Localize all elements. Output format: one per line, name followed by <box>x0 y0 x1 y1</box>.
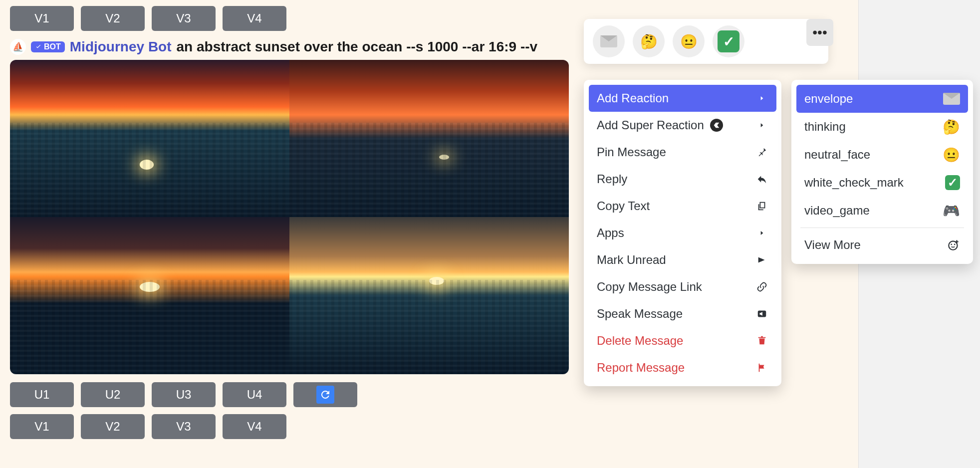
copy-icon <box>755 200 768 213</box>
menu-report-message[interactable]: Report Message <box>589 354 776 381</box>
submenu-envelope[interactable]: envelope <box>796 85 968 113</box>
white-check-mark-icon: ✓ <box>718 30 739 52</box>
submenu-video-game-label: video_game <box>804 204 870 218</box>
menu-copy-message-link-label: Copy Message Link <box>597 280 702 294</box>
menu-add-reaction[interactable]: Add Reaction <box>589 85 776 112</box>
envelope-icon <box>600 35 617 47</box>
menu-speak-message-label: Speak Message <box>597 307 683 321</box>
submenu-thinking[interactable]: thinking 🤔 <box>796 113 968 141</box>
more-icon: ••• <box>812 24 827 40</box>
menu-apps[interactable]: Apps <box>589 220 776 246</box>
envelope-icon <box>943 93 960 105</box>
video-game-icon: 🎮 <box>943 203 960 219</box>
menu-delete-message-label: Delete Message <box>597 334 683 348</box>
generated-image-grid[interactable] <box>10 60 569 374</box>
menu-pin-message[interactable]: Pin Message <box>589 139 776 166</box>
submenu-view-more-label: View More <box>804 238 861 252</box>
thinking-icon: 🤔 <box>943 119 960 135</box>
submenu-neutral-face[interactable]: neutral_face 😐 <box>796 141 968 169</box>
nitro-boost-icon <box>710 119 723 132</box>
mark-unread-icon <box>755 253 768 266</box>
v2-button-top[interactable]: V2 <box>81 6 145 31</box>
menu-copy-text-label: Copy Text <box>597 199 650 213</box>
v4-button-bottom[interactable]: V4 <box>223 414 286 439</box>
white-check-mark-icon: ✓ <box>945 175 960 190</box>
reaction-submenu: envelope thinking 🤔 neutral_face 😐 white… <box>791 80 973 264</box>
reroll-button[interactable] <box>293 382 357 407</box>
image-cell-4[interactable] <box>289 217 569 374</box>
chevron-right-icon <box>755 119 768 132</box>
submenu-neutral-face-label: neutral_face <box>804 148 870 162</box>
image-cell-3[interactable] <box>10 217 289 374</box>
submenu-envelope-label: envelope <box>804 92 853 106</box>
neutral-face-icon: 😐 <box>680 33 698 50</box>
submenu-thinking-label: thinking <box>804 120 846 134</box>
chevron-right-icon <box>755 92 768 105</box>
submenu-view-more[interactable]: View More <box>796 231 968 259</box>
image-cell-2[interactable] <box>289 60 569 217</box>
menu-add-super-reaction[interactable]: Add Super Reaction <box>589 112 776 139</box>
menu-speak-message[interactable]: Speak Message <box>589 300 776 327</box>
submenu-video-game[interactable]: video_game 🎮 <box>796 197 968 225</box>
trash-icon <box>755 334 768 347</box>
more-actions-button[interactable]: ••• <box>806 19 833 46</box>
v3-button-bottom[interactable]: V3 <box>152 414 216 439</box>
menu-copy-text[interactable]: Copy Text <box>589 193 776 220</box>
v3-button-top[interactable]: V3 <box>152 6 216 31</box>
u4-button[interactable]: U4 <box>223 382 286 407</box>
v1-button-bottom[interactable]: V1 <box>10 414 74 439</box>
v2-button-bottom[interactable]: V2 <box>81 414 145 439</box>
v4-button-top[interactable]: V4 <box>223 6 286 31</box>
menu-reply-label: Reply <box>597 172 627 186</box>
svg-point-2 <box>951 244 952 245</box>
menu-copy-message-link[interactable]: Copy Message Link <box>589 273 776 300</box>
bot-badge-label: BOT <box>44 42 61 51</box>
u1-button[interactable]: U1 <box>10 382 74 407</box>
menu-delete-message[interactable]: Delete Message <box>589 327 776 354</box>
chevron-right-icon <box>755 227 768 239</box>
link-icon <box>755 280 768 293</box>
menu-apps-label: Apps <box>597 226 624 240</box>
speak-icon <box>755 307 768 320</box>
pin-icon <box>755 146 768 159</box>
reaction-check-button[interactable]: ✓ <box>713 25 744 57</box>
menu-add-reaction-label: Add Reaction <box>597 91 669 105</box>
image-cell-1[interactable] <box>10 60 289 217</box>
message-context-menu: Add Reaction Add Super Reaction Pin Mess… <box>584 80 781 386</box>
menu-mark-unread[interactable]: Mark Unread <box>589 246 776 273</box>
add-reaction-icon <box>947 238 960 251</box>
svg-point-1 <box>949 241 957 249</box>
prompt-text: an abstract sunset over the ocean --s 10… <box>177 39 538 55</box>
bot-name[interactable]: Midjourney Bot <box>70 39 172 55</box>
reaction-envelope-button[interactable] <box>593 25 625 57</box>
v1-button-top[interactable]: V1 <box>10 6 74 31</box>
thinking-icon: 🤔 <box>640 33 658 50</box>
menu-add-super-reaction-label: Add Super Reaction <box>597 118 704 132</box>
menu-mark-unread-label: Mark Unread <box>597 253 666 267</box>
reroll-icon <box>316 386 334 404</box>
flag-icon <box>755 361 768 374</box>
u3-button[interactable]: U3 <box>152 382 216 407</box>
submenu-white-check-mark-label: white_check_mark <box>804 176 904 190</box>
svg-point-3 <box>954 244 956 245</box>
reaction-thinking-button[interactable]: 🤔 <box>633 25 665 57</box>
bot-avatar[interactable]: ⛵ <box>10 39 26 55</box>
verified-check-icon <box>35 43 42 50</box>
reply-icon <box>755 173 768 186</box>
u2-button[interactable]: U2 <box>81 382 145 407</box>
bot-badge: BOT <box>31 41 65 52</box>
variation-button-row-bottom: V1 V2 V3 V4 <box>10 414 828 439</box>
submenu-divider <box>800 228 964 228</box>
quick-reaction-bar: 🤔 😐 ✓ <box>584 19 828 64</box>
menu-report-message-label: Report Message <box>597 361 685 375</box>
menu-reply[interactable]: Reply <box>589 166 776 193</box>
neutral-face-icon: 😐 <box>943 147 960 163</box>
reaction-neutral-button[interactable]: 😐 <box>673 25 705 57</box>
submenu-white-check-mark[interactable]: white_check_mark ✓ <box>796 169 968 197</box>
menu-pin-message-label: Pin Message <box>597 145 666 159</box>
